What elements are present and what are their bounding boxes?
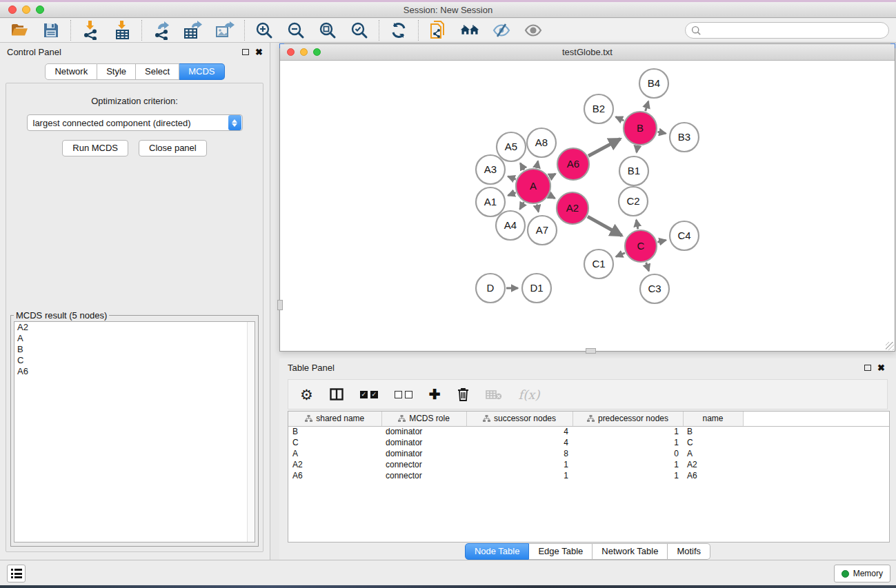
column-header-name[interactable]: name [683,412,743,426]
mcds-result-item[interactable]: B [14,344,255,355]
table-cell[interactable]: 1 [573,470,683,481]
node-A2[interactable]: A2 [557,192,588,224]
edge-B-B2[interactable] [616,117,624,121]
import-network-icon[interactable] [81,21,100,40]
delete-column-icon[interactable] [457,387,469,401]
table-cell[interactable]: connector [381,470,466,481]
zoom-selected-icon[interactable] [350,21,369,40]
table-cell[interactable]: 4 [466,426,573,437]
node-B2[interactable]: B2 [584,94,613,123]
edge-A-A6[interactable] [550,174,556,177]
tab-style[interactable]: Style [97,63,136,80]
deselect-all-icon[interactable] [395,391,412,398]
table-cell[interactable]: dominator [381,448,466,459]
table-cell[interactable]: dominator [381,426,466,437]
edge-A2-C[interactable] [588,216,622,236]
node-A[interactable]: A [516,169,550,203]
table-cell[interactable]: 8 [466,448,573,459]
node-C[interactable]: C [625,230,657,262]
open-file-icon[interactable] [10,21,29,40]
node-C4[interactable]: C4 [670,221,699,250]
node-A1[interactable]: A1 [476,187,505,216]
table-tab-node-table[interactable]: Node Table [465,543,530,560]
home-icon[interactable] [460,21,479,40]
splitter-handle[interactable] [586,348,596,354]
column-header-predecessor-nodes[interactable]: predecessor nodes [573,412,683,426]
edge-C-C4[interactable] [657,240,666,242]
result-list-scrollbar[interactable] [247,322,255,542]
hide-icon[interactable] [492,21,511,40]
node-A6[interactable]: A6 [557,148,589,180]
add-column-icon[interactable]: ✚ [429,387,441,401]
edge-A-A3[interactable] [508,176,515,179]
export-table-icon[interactable] [183,21,203,40]
search-input[interactable] [704,26,877,36]
new-network-icon[interactable] [428,21,448,40]
table-tab-edge-table[interactable]: Edge Table [529,543,593,560]
tab-network[interactable]: Network [45,63,97,80]
table-cell[interactable]: C [288,437,381,448]
delete-table-icon[interactable] [486,389,502,400]
table-row[interactable]: Bdominator41B [288,426,889,437]
node-B3[interactable]: B3 [670,123,699,152]
node-C2[interactable]: C2 [619,187,648,216]
table-cell[interactable]: 4 [466,437,573,448]
memory-button[interactable]: Memory [834,565,890,582]
table-cell[interactable]: 1 [466,470,573,481]
export-image-icon[interactable] [215,21,235,40]
close-panel-button[interactable]: Close panel [139,140,207,156]
table-row[interactable]: Cdominator41C [288,437,889,448]
zoom-out-icon[interactable] [286,21,306,40]
split-pane-icon[interactable] [330,388,344,401]
resize-grip[interactable] [886,342,894,350]
table-cell[interactable]: A [683,448,743,459]
edge-A-A7[interactable] [537,204,538,212]
show-icon[interactable] [524,21,543,40]
edge-A-A1[interactable] [508,192,516,195]
float-table-panel-icon[interactable] [864,365,871,371]
float-panel-icon[interactable] [242,49,249,55]
refresh-icon[interactable] [389,21,408,40]
table-tab-motifs[interactable]: Motifs [668,543,710,560]
node-C3[interactable]: C3 [640,274,669,303]
node-A8[interactable]: A8 [527,128,556,157]
export-network-icon[interactable] [152,21,171,40]
table-cell[interactable]: B [683,426,743,437]
table-cell[interactable]: B [288,426,381,437]
table-tab-network-table[interactable]: Network Table [593,543,668,560]
table-cell[interactable]: A [288,448,381,459]
show-panels-button[interactable] [7,565,26,582]
table-row[interactable]: Adominator80A [288,448,889,459]
table-cell[interactable]: A6 [288,470,381,481]
node-D1[interactable]: D1 [522,274,551,303]
network-window-titlebar[interactable]: testGlobe.txt [280,44,895,61]
mcds-result-item[interactable]: A2 [14,322,255,333]
node-D[interactable]: D [476,274,505,303]
edge-C-C1[interactable] [616,253,625,256]
network-graph[interactable]: AA1A2A3A4A5A6A7A8BB1B2B3B4CC1C2C3C4DD1 [280,61,895,351]
run-mcds-button[interactable]: Run MCDS [62,140,128,156]
select-all-icon[interactable]: ✓✓ [360,391,378,398]
edge-A-A5[interactable] [520,163,524,170]
zoom-in-icon[interactable] [255,21,274,40]
mcds-result-item[interactable]: A6 [14,366,255,377]
table-cell[interactable]: connector [381,459,466,470]
criterion-dropdown[interactable]: largest connected component (directed) [27,114,243,131]
edge-B-B4[interactable] [646,101,648,111]
table-row[interactable]: A6connector11A6 [288,470,889,481]
mcds-result-item[interactable]: C [14,355,255,366]
mcds-result-item[interactable]: A [14,333,255,344]
tab-mcds[interactable]: MCDS [179,63,224,80]
table-cell[interactable]: 1 [573,459,683,470]
edge-C-C3[interactable] [646,263,649,271]
node-A4[interactable]: A4 [496,211,525,240]
zoom-fit-icon[interactable] [318,21,337,40]
edge-A-A2[interactable] [550,195,555,198]
table-cell[interactable]: A6 [683,470,743,481]
column-header-shared-name[interactable]: shared name [288,412,381,426]
table-cell[interactable]: A2 [288,459,381,470]
search-field[interactable] [685,22,889,39]
node-A5[interactable]: A5 [497,132,526,161]
node-C1[interactable]: C1 [584,250,613,278]
table-cell[interactable]: dominator [381,437,466,448]
